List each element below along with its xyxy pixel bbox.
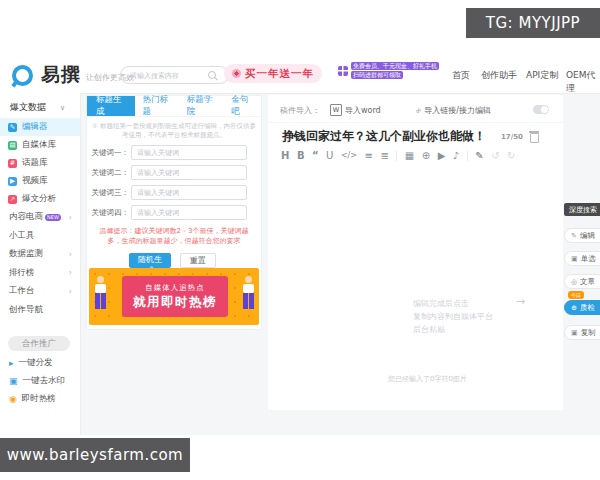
tab-title-academy[interactable]: 标题学院 — [180, 96, 224, 116]
undo-icon[interactable]: ↺ — [491, 150, 499, 162]
unordered-list-icon[interactable]: ≣ — [380, 150, 388, 162]
editor-panel: 稿件导入： W 导入word ∞ 导入链接/接力编辑 挣钱回家过年？这几个副业你… — [268, 95, 563, 410]
link-icon[interactable]: ⊕ — [422, 150, 430, 162]
sidebar-link-label: 内容电商 — [9, 211, 43, 223]
warm-tip: 温馨提示：建议关键词数2 - 3个最佳，关键词越多，生成的标题量越少，但越符合您… — [94, 226, 254, 246]
keyword-input-2[interactable] — [131, 165, 247, 180]
rail-item-quality-check[interactable]: ⊕ 质检 — [564, 300, 600, 315]
sidebar-link-monitor[interactable]: 数据监测 › — [0, 245, 80, 264]
chevron-right-icon: › — [69, 287, 72, 296]
sidebar-link-navigation[interactable]: 创作导航 — [0, 301, 80, 320]
page-root: { "watermarks": { "telegram": "TG: MYYJJ… — [0, 0, 600, 480]
rail-item-copy[interactable]: ▣ 复制 — [564, 325, 600, 340]
bold-icon[interactable]: B — [297, 150, 305, 162]
rail-item-single[interactable]: ▣ 单选 — [564, 251, 600, 266]
sidebar-item-label: 一键分发 — [19, 357, 53, 369]
banner-figure-left — [92, 276, 108, 318]
chevron-right-icon: › — [69, 268, 72, 277]
rail-item-edit[interactable]: ✎ 编辑 — [564, 228, 600, 243]
editor-content-area[interactable]: 编辑完成后点击 复制内容到自媒体平台 后台粘贴 → 您已经输入了0字符0图片 — [268, 167, 563, 392]
word-file-icon: W — [330, 104, 342, 116]
sidebar-link-label: 工作台 — [9, 285, 35, 297]
editor-toggle[interactable] — [533, 105, 549, 114]
promo-badge[interactable]: 免费会员、千元现金、好礼手机 扫码进群都可领取 — [338, 62, 439, 80]
tab-hot-titles[interactable]: 热门标题 — [135, 96, 179, 116]
keyword-row-1: 关键词一： — [89, 145, 261, 160]
promo-pill[interactable]: 买一年送一年 — [224, 64, 322, 83]
logo-text: 易撰 — [41, 62, 81, 88]
video-icon[interactable]: ▶ — [438, 150, 446, 162]
paper-plane-icon: ▸ — [9, 359, 14, 368]
keyword-input-4[interactable] — [131, 205, 247, 220]
rail-item-article[interactable]: ◎ 文章 — [564, 274, 600, 289]
keyword-label: 关键词三： — [89, 188, 129, 198]
code-icon[interactable]: </> — [341, 150, 357, 162]
analysis-icon: ↗ — [8, 195, 17, 204]
import-link-button[interactable]: ∞ 导入链接/接力编辑 — [381, 105, 491, 116]
video-library-icon: ▶ — [8, 177, 17, 186]
helper-line2: 复制内容到自媒体平台 — [413, 310, 493, 323]
image-icon[interactable]: ▦ — [405, 150, 414, 162]
search-box — [120, 66, 229, 84]
quote-icon[interactable]: “ — [312, 150, 319, 162]
sidebar-item-video-library[interactable]: ▶ 视频库 — [0, 172, 80, 190]
keyword-row-2: 关键词二： — [89, 165, 261, 180]
sidebar-item-distribute[interactable]: ▸ 一键分发 — [0, 354, 80, 372]
watermark-icon: ▣ — [9, 377, 18, 386]
sidebar-item-label: 话题库 — [22, 157, 48, 169]
rail-item-label: 复制 — [581, 328, 596, 338]
delete-icon[interactable] — [530, 133, 539, 143]
telegram-watermark: TG: MYYJJPP — [466, 8, 600, 38]
rail-today-badge: 今日 — [568, 291, 584, 299]
sidebar-item-watermark-remove[interactable]: ▣ 一键去水印 — [0, 372, 80, 390]
import-word-button[interactable]: W 导入word — [320, 104, 381, 116]
random-generate-button[interactable]: 随机生成 — [129, 253, 171, 268]
editor-title-input[interactable]: 挣钱回家过年？这几个副业你也能做！ — [282, 128, 486, 145]
toolbar-divider — [396, 151, 397, 161]
sidebar-item-analysis[interactable]: ↗ 爆文分析 — [0, 190, 80, 208]
gift-icon — [338, 66, 348, 76]
chevron-down-icon: ∨ — [60, 104, 65, 112]
logo[interactable]: 易撰 — [12, 62, 81, 88]
sidebar-link-ranking[interactable]: 排行榜 › — [0, 264, 80, 283]
nav-link-home[interactable]: 首页 — [452, 69, 470, 82]
heading-icon[interactable]: H — [281, 150, 289, 162]
sidebar-item-label: 编辑器 — [22, 121, 48, 133]
search-input[interactable] — [128, 71, 208, 80]
rail-item-label: 文章 — [580, 277, 595, 287]
nav-link-assistant[interactable]: 创作助手 — [481, 69, 517, 82]
redo-icon[interactable]: ↻ — [507, 150, 515, 162]
sidebar-item-media-library[interactable]: ▤ 自媒体库 — [0, 136, 80, 154]
arrow-right-icon: → — [516, 295, 525, 308]
chevron-right-icon: › — [69, 213, 72, 222]
hot-list-ad-banner[interactable]: 自媒体人追热点 就用即时热榜 — [89, 268, 259, 325]
editor-toolbar: H B “ U </> ≡ ≣ ▦ ⊕ ▶ ♪ ✎ ↺ ↻ — [281, 150, 515, 162]
tab-quotes[interactable]: 金句吧 — [224, 96, 261, 116]
sidebar-group-toggle[interactable]: 爆文数据 ∨ — [0, 93, 80, 118]
search-icon[interactable] — [208, 71, 216, 79]
keyword-input-1[interactable] — [131, 145, 247, 160]
sidebar-item-editor[interactable]: ✎ 编辑器 — [0, 118, 80, 136]
sidebar-item-topic-library[interactable]: # 话题库 — [0, 154, 80, 172]
underline-icon[interactable]: U — [326, 150, 333, 162]
tab-title-generate[interactable]: 标题生成 — [87, 96, 135, 116]
sidebar-link-tools[interactable]: 小工具 — [0, 227, 80, 246]
edit-icon: ✎ — [571, 232, 577, 240]
nav-link-oem[interactable]: OEM代理 — [566, 69, 600, 95]
sidebar-link-ecommerce[interactable]: 内容电商 NEW › — [0, 208, 80, 227]
single-select-icon: ▣ — [571, 255, 578, 263]
nav-link-api[interactable]: API定制 — [526, 69, 558, 82]
format-brush-icon[interactable]: ✎ — [475, 150, 483, 162]
logo-magnifier-icon — [12, 65, 33, 86]
promo-badge-line2: 扫码进群都可领取 — [351, 71, 403, 79]
keyword-input-3[interactable] — [131, 185, 247, 200]
sidebar-link-workbench[interactable]: 工作台 › — [0, 282, 80, 301]
sidebar-item-hot-list[interactable]: ◉ 即时热榜 — [0, 390, 80, 408]
flower-icon — [232, 69, 241, 78]
eye-icon: ◎ — [571, 278, 577, 286]
site-watermark: www.barleysfarm.com — [0, 438, 190, 472]
helper-line3: 后台粘贴 — [413, 323, 493, 336]
music-icon[interactable]: ♪ — [453, 150, 459, 162]
reset-button[interactable]: 重置 — [180, 253, 216, 268]
ordered-list-icon[interactable]: ≡ — [365, 150, 373, 162]
